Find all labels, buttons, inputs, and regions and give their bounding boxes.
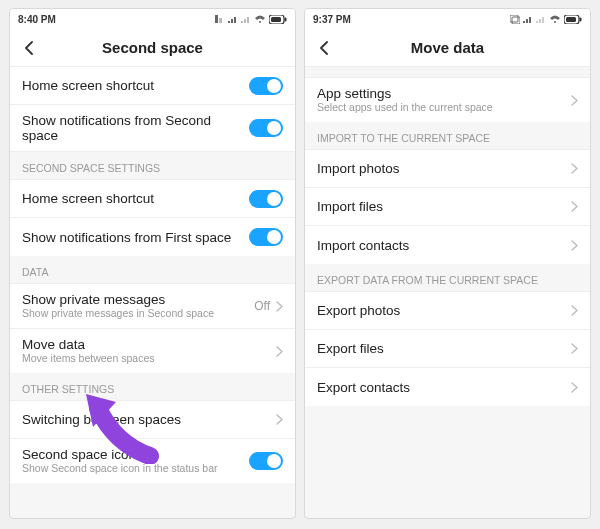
svg-rect-6 <box>244 19 246 23</box>
row-label: Show notifications from Second space <box>22 113 241 143</box>
row-import-contacts[interactable]: Import contacts <box>305 226 590 264</box>
row-export-files[interactable]: Export files <box>305 330 590 368</box>
svg-rect-21 <box>580 17 582 21</box>
battery-icon <box>269 15 287 24</box>
row-show-notifications-second[interactable]: Show notifications from Second space <box>10 105 295 152</box>
svg-rect-18 <box>539 19 541 23</box>
svg-rect-13 <box>512 17 520 24</box>
row-label: Export photos <box>317 303 400 318</box>
svg-rect-19 <box>542 17 544 23</box>
row-export-photos[interactable]: Export photos <box>305 292 590 330</box>
row-label: Export contacts <box>317 380 410 395</box>
chevron-right-icon <box>276 346 283 357</box>
chevron-right-icon <box>571 343 578 354</box>
spacer <box>305 67 590 77</box>
chevron-right-icon <box>571 163 578 174</box>
wifi-icon <box>549 15 561 23</box>
phone-right: 9:37 PM Move data App settings Sel <box>304 8 591 519</box>
row-value: Off <box>254 299 270 313</box>
status-bar: 8:40 PM <box>10 9 295 29</box>
status-bar: 9:37 PM <box>305 9 590 29</box>
page-title: Second space <box>20 39 285 56</box>
header-bar: Second space <box>10 29 295 67</box>
wifi-icon <box>254 15 266 23</box>
row-label: Import files <box>317 199 383 214</box>
toggle-notifications-second[interactable] <box>249 119 283 137</box>
battery-icon <box>564 15 582 24</box>
row-label: Second space icon <box>22 447 218 462</box>
row-label: Show notifications from First space <box>22 230 231 245</box>
section-other-settings: OTHER SETTINGS <box>10 373 295 400</box>
toggle-notifications-first[interactable] <box>249 228 283 246</box>
svg-rect-14 <box>523 21 525 23</box>
row-app-settings[interactable]: App settings Select apps used in the cur… <box>305 78 590 122</box>
row-label: App settings <box>317 86 493 101</box>
toggle-home-shortcut[interactable] <box>249 77 283 95</box>
chevron-right-icon <box>571 240 578 251</box>
signal-icon <box>536 15 546 23</box>
toggle-second-space-icon[interactable] <box>249 452 283 470</box>
chevron-right-icon <box>571 305 578 316</box>
svg-rect-17 <box>536 21 538 23</box>
svg-rect-12 <box>510 15 518 22</box>
svg-rect-16 <box>529 17 531 23</box>
svg-rect-10 <box>271 17 281 22</box>
phone-left: 8:40 PM Second space Home screen shortcu… <box>9 8 296 519</box>
row-label: Home screen shortcut <box>22 78 154 93</box>
row-sublabel: Show private messages in Second space <box>22 307 214 320</box>
row-import-photos[interactable]: Import photos <box>305 150 590 188</box>
signal-icon <box>228 15 238 23</box>
row-switching-between-spaces[interactable]: Switching between spaces <box>10 401 295 439</box>
section-import: IMPORT TO THE CURRENT SPACE <box>305 122 590 149</box>
sim-icon <box>215 15 225 23</box>
chevron-right-icon <box>276 301 283 312</box>
section-second-space-settings: SECOND SPACE SETTINGS <box>10 152 295 179</box>
row-show-private-messages[interactable]: Show private messages Show private messa… <box>10 284 295 329</box>
status-icons <box>215 15 287 24</box>
status-time: 8:40 PM <box>18 14 56 25</box>
row-label: Import contacts <box>317 238 409 253</box>
svg-rect-3 <box>231 19 233 23</box>
header-bar: Move data <box>305 29 590 67</box>
status-icons <box>510 15 582 24</box>
signal-icon <box>241 15 251 23</box>
svg-rect-22 <box>566 17 576 22</box>
signal-icon <box>523 15 533 23</box>
row-import-files[interactable]: Import files <box>305 188 590 226</box>
row-second-space-icon[interactable]: Second space icon Show Second space icon… <box>10 439 295 483</box>
section-data: DATA <box>10 256 295 283</box>
settings-list: Home screen shortcut Show notifications … <box>10 67 295 518</box>
chevron-right-icon <box>276 414 283 425</box>
row-show-notifications-first[interactable]: Show notifications from First space <box>10 218 295 256</box>
row-label: Export files <box>317 341 384 356</box>
sync-icon <box>510 15 520 24</box>
svg-rect-0 <box>215 15 218 23</box>
row-home-shortcut[interactable]: Home screen shortcut <box>10 67 295 105</box>
settings-list: App settings Select apps used in the cur… <box>305 67 590 518</box>
svg-rect-4 <box>234 17 236 23</box>
chevron-right-icon <box>571 201 578 212</box>
row-label: Home screen shortcut <box>22 191 154 206</box>
page-title: Move data <box>315 39 580 56</box>
section-export: EXPORT DATA FROM THE CURRENT SPACE <box>305 264 590 291</box>
svg-rect-5 <box>241 21 243 23</box>
row-label: Move data <box>22 337 154 352</box>
toggle-home-shortcut-2[interactable] <box>249 190 283 208</box>
svg-rect-9 <box>285 17 287 21</box>
chevron-right-icon <box>571 382 578 393</box>
row-sublabel: Move items between spaces <box>22 352 154 365</box>
row-label: Import photos <box>317 161 400 176</box>
chevron-right-icon <box>571 95 578 106</box>
row-sublabel: Select apps used in the current space <box>317 101 493 114</box>
svg-rect-7 <box>247 17 249 23</box>
row-label: Switching between spaces <box>22 412 181 427</box>
row-home-shortcut-2[interactable]: Home screen shortcut <box>10 180 295 218</box>
svg-rect-1 <box>219 18 222 23</box>
svg-rect-2 <box>228 21 230 23</box>
row-label: Show private messages <box>22 292 214 307</box>
row-move-data[interactable]: Move data Move items between spaces <box>10 329 295 373</box>
row-sublabel: Show Second space icon in the status bar <box>22 462 218 475</box>
row-export-contacts[interactable]: Export contacts <box>305 368 590 406</box>
svg-rect-15 <box>526 19 528 23</box>
status-time: 9:37 PM <box>313 14 351 25</box>
